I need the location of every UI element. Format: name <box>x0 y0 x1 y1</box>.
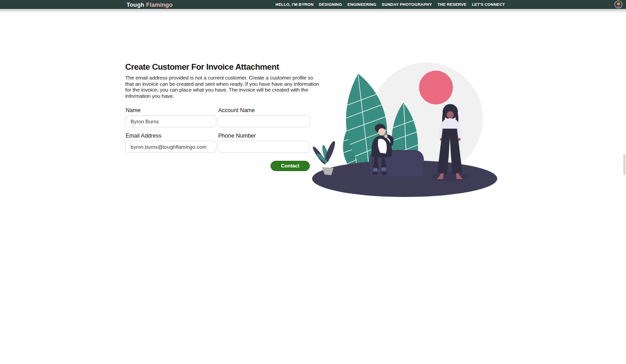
email-input[interactable] <box>125 141 216 153</box>
name-input[interactable] <box>125 115 216 127</box>
account-name-field-group: Account Name <box>218 107 310 127</box>
email-field-group: Email Address <box>125 133 216 153</box>
accent-circle <box>419 71 453 105</box>
site-logo-part2: Flamingo <box>146 1 173 8</box>
nav-menu: HELLO, I'M BYRON DESIGNING ENGINEERING S… <box>275 0 505 9</box>
nav-item-engineering[interactable]: ENGINEERING <box>347 2 376 7</box>
nav-item-the-reserve[interactable]: THE RESERVE <box>437 2 466 7</box>
illustration <box>312 62 499 198</box>
nav-item-designing[interactable]: DESIGNING <box>319 2 342 7</box>
header-drop-shadow <box>0 9 626 13</box>
description-line: that an invoice can be created and sent … <box>125 81 311 88</box>
site-logo[interactable]: Tough Flamingo <box>127 0 173 9</box>
account-name-label: Account Name <box>218 107 310 113</box>
description-line: The email address provided is not a curr… <box>125 75 311 81</box>
site-logo-part1: Tough <box>127 1 144 8</box>
user-avatar-image <box>614 0 622 8</box>
top-nav-bar: Tough Flamingo HELLO, I'M BYRON DESIGNIN… <box>0 0 626 9</box>
description-line: information you have. <box>125 93 311 100</box>
page-description: The email address provided is not a curr… <box>125 75 311 99</box>
description-line: for the invoice, you can place what you … <box>125 87 311 93</box>
user-avatar[interactable] <box>614 0 622 8</box>
standing-person-shadow <box>431 172 469 181</box>
email-label: Email Address <box>126 133 216 139</box>
customer-form: Name Account Name Email Address Phone Nu… <box>125 107 310 153</box>
phone-input[interactable] <box>218 141 310 153</box>
page-title: Create Customer For Invoice Attachment <box>125 62 311 72</box>
contact-button[interactable]: Contact <box>271 161 310 171</box>
phone-label: Phone Number <box>218 133 310 139</box>
account-name-input[interactable] <box>218 115 310 127</box>
main-content: Create Customer For Invoice Attachment T… <box>125 62 311 171</box>
phone-field-group: Phone Number <box>218 133 310 153</box>
scrollbar-thumb[interactable] <box>623 154 626 175</box>
form-actions: Contact <box>125 161 310 171</box>
nav-item-hello[interactable]: HELLO, I'M BYRON <box>275 2 313 7</box>
nav-item-sunday-photography[interactable]: SUNDAY PHOTOGRAPHY <box>382 2 432 7</box>
nav-item-lets-connect[interactable]: LET'S CONNECT <box>472 2 505 7</box>
name-label: Name <box>126 107 216 113</box>
name-field-group: Name <box>125 107 216 127</box>
